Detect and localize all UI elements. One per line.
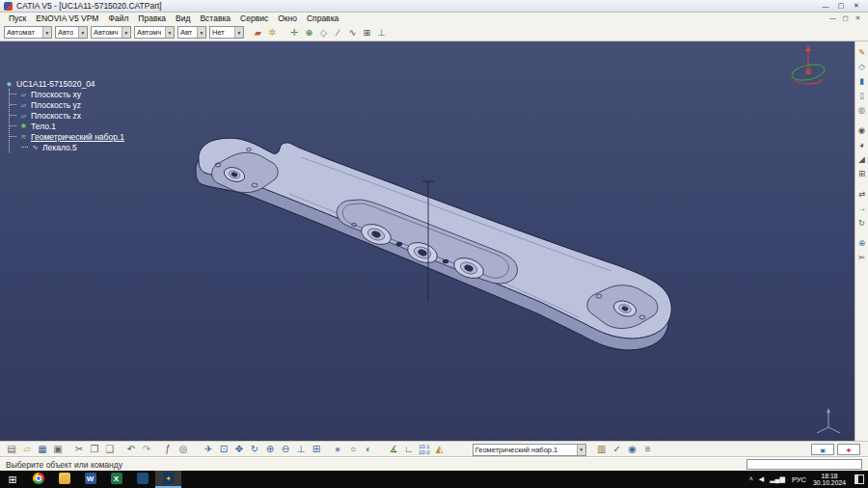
tree-item-body[interactable]: ✱ Тело.1 <box>10 121 124 131</box>
status-box-1[interactable]: ▣ <box>811 444 834 455</box>
measure-icon[interactable]: ∡ <box>386 443 401 456</box>
zoom-out-icon[interactable]: ⊖ <box>278 443 293 456</box>
sketcher-icon[interactable]: ✎ <box>856 46 868 58</box>
pan-icon[interactable]: ✥ <box>231 443 247 456</box>
rotate-icon[interactable]: ↻ <box>856 217 868 229</box>
split-icon[interactable]: ✂ <box>856 252 868 263</box>
menu-view[interactable]: Вид <box>171 13 195 24</box>
menu-tools[interactable]: Сервис <box>235 13 273 24</box>
search-icon[interactable]: ◎ <box>176 443 191 456</box>
view-compass[interactable] <box>787 43 829 92</box>
tree-root-part[interactable]: ◈ UC1A11-5715020_04 <box>5 78 124 89</box>
taskbar-clock[interactable]: 18:18 30.10.2024 <box>813 473 846 487</box>
taskbar-app-button[interactable]: W <box>77 471 103 488</box>
dropdown-arrow-icon[interactable]: ▾ <box>197 27 205 38</box>
rotate-view-icon[interactable]: ↻ <box>247 443 262 456</box>
shaded-render-icon[interactable]: ● <box>330 443 345 456</box>
fillet-icon[interactable]: ◕ <box>856 139 868 150</box>
pattern-icon[interactable]: ⊞ <box>856 168 868 179</box>
wizard-icon[interactable]: ✲ <box>265 26 280 40</box>
snap-target-icon[interactable]: ⊕ <box>302 26 316 40</box>
point-style-combo[interactable]: Авт ▾ <box>177 26 206 39</box>
shaft-icon[interactable]: ◎ <box>856 104 868 116</box>
taskbar-app-button[interactable] <box>129 471 155 488</box>
taskbar-app-button[interactable]: X <box>103 471 129 488</box>
translate-icon[interactable]: → <box>856 203 868 214</box>
dropdown-arrow-icon[interactable]: ▾ <box>42 27 51 38</box>
menu-enovia[interactable]: ENOVIA V5 VPM <box>31 13 103 24</box>
close-button[interactable]: ✕ <box>849 1 864 12</box>
dropdown-arrow-icon[interactable]: ▾ <box>165 27 174 38</box>
check-icon[interactable]: ✓ <box>610 443 625 456</box>
dropdown-arrow-icon[interactable]: ▾ <box>78 27 87 38</box>
notification-center-icon[interactable] <box>854 474 864 484</box>
line-icon[interactable]: ∕ <box>331 26 345 40</box>
plane-icon[interactable]: ◇ <box>316 26 331 40</box>
tray-volume-icon[interactable]: ◀ <box>759 475 764 483</box>
paste-icon[interactable]: ❑ <box>102 443 118 456</box>
zoom-in-icon[interactable]: ⊕ <box>262 443 278 456</box>
part-3d-view[interactable] <box>0 41 854 441</box>
hide-show-icon[interactable]: ◐ <box>361 443 376 456</box>
chamfer-icon[interactable]: ◢ <box>856 153 868 165</box>
doc-restore-button[interactable]: ▢ <box>839 14 852 22</box>
minimize-button[interactable]: — <box>818 1 833 12</box>
taskbar-app-button[interactable]: ✦ <box>155 471 181 488</box>
wireframe-render-icon[interactable]: ○ <box>345 443 361 456</box>
menu-help[interactable]: Справка <box>302 13 343 24</box>
cut-icon[interactable]: ✂ <box>71 443 87 456</box>
power-input-field[interactable] <box>746 459 862 470</box>
camera-icon[interactable]: ◉ <box>625 443 640 456</box>
painter-icon[interactable]: ▰ <box>251 26 265 40</box>
taskbar-app-button[interactable] <box>25 471 51 488</box>
boolean-union-icon[interactable]: ⊕ <box>856 237 868 249</box>
dropdown-arrow-icon[interactable]: ▾ <box>234 27 243 38</box>
menu-window[interactable]: Окно <box>273 13 302 24</box>
tree-item-plane-yz[interactable]: ▱ Плоскость yz <box>10 99 124 110</box>
fx-icon[interactable]: ƒ <box>160 443 176 456</box>
measure-item-icon[interactable]: ∟ <box>401 443 417 456</box>
tree-item-curve[interactable]: ∿ Лекало.5 <box>21 142 124 152</box>
compass-icon[interactable]: ✛ <box>287 26 302 40</box>
status-box-2[interactable]: ✚ <box>837 444 860 455</box>
fit-all-icon[interactable]: ⊡ <box>216 443 231 456</box>
start-button[interactable]: ⊞ <box>0 471 25 488</box>
normal-view-icon[interactable]: ⊥ <box>293 443 309 456</box>
print-icon[interactable]: ▣ <box>50 443 66 456</box>
maximize-button[interactable]: ▢ <box>833 1 849 12</box>
tray-expand-icon[interactable]: ˄ <box>749 475 753 483</box>
tree-item-geoset[interactable]: ≋ Геометрический набор.1 <box>10 131 124 142</box>
layer-combo[interactable]: Нет ▾ <box>209 26 244 39</box>
menu-insert[interactable]: Вставка <box>195 13 235 24</box>
save-icon[interactable]: ▦ <box>35 443 50 456</box>
quick-view-icon[interactable]: ⊞ <box>309 443 324 456</box>
grid-icon[interactable]: ⊞ <box>360 26 374 40</box>
3d-viewport[interactable]: ◈ UC1A11-5715020_04 ▱ Плоскость xy ▱ Пло… <box>0 41 868 441</box>
undo-icon[interactable]: ↶ <box>123 443 139 456</box>
mass-properties-icon[interactable]: ◭ <box>432 443 448 456</box>
plane-icon[interactable]: ◇ <box>856 61 868 72</box>
fill-color-combo[interactable]: Автомат ▾ <box>4 26 52 39</box>
catalog-icon[interactable]: ▥ <box>594 443 610 456</box>
curve-icon[interactable]: ∿ <box>345 26 360 40</box>
redo-icon[interactable]: ↷ <box>139 443 154 456</box>
taskbar-app-button[interactable] <box>51 471 77 488</box>
doc-minimize-button[interactable]: — <box>827 14 839 22</box>
tree-item-plane-zx[interactable]: ▱ Плоскость zx <box>10 110 124 121</box>
tree-item-plane-xy[interactable]: ▱ Плоскость xy <box>10 89 124 99</box>
options-icon[interactable]: ≡ <box>640 443 656 456</box>
dropdown-arrow-icon[interactable]: ▾ <box>577 445 585 455</box>
tray-network-icon[interactable]: ▂▄▆ <box>770 475 785 483</box>
language-indicator[interactable]: РУС <box>792 475 806 484</box>
hole-icon[interactable]: ◉ <box>856 124 868 136</box>
mirror-icon[interactable]: ⇄ <box>856 188 868 200</box>
pad-icon[interactable]: ▮ <box>856 75 868 87</box>
opacity-combo[interactable]: Авто ▾ <box>55 26 88 39</box>
fly-mode-icon[interactable]: ✈ <box>201 443 216 456</box>
open-icon[interactable]: ▱ <box>19 443 35 456</box>
dropdown-arrow-icon[interactable]: ▾ <box>122 27 130 38</box>
line-weight-combo[interactable]: Автомч ▾ <box>134 26 175 39</box>
doc-close-button[interactable]: ✕ <box>852 14 864 22</box>
menu-edit[interactable]: Правка <box>133 13 171 24</box>
line-type-combo[interactable]: Автомч ▾ <box>91 26 131 39</box>
